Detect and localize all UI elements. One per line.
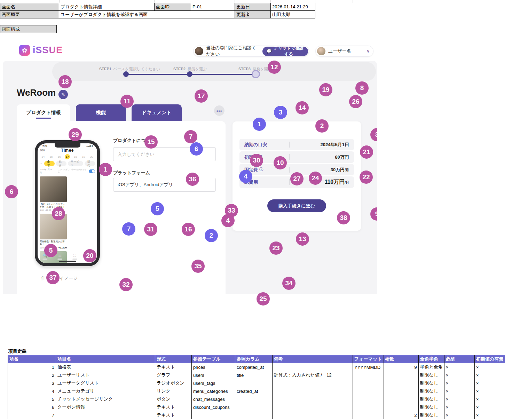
filter-pill: サービス	[68, 161, 83, 166]
edit-pencil-icon[interactable]: ✎	[58, 90, 68, 99]
field-table-header: 初期値の有無	[474, 355, 505, 363]
table-cell: ×	[474, 411, 505, 419]
annotation-badge-15: 15	[144, 135, 158, 149]
table-cell: ×	[474, 379, 505, 387]
phone-notch	[55, 143, 80, 148]
table-cell: ×	[444, 387, 474, 395]
annotation-badge-21: 21	[360, 145, 373, 159]
table-cell: ユーザータグリスト	[56, 379, 155, 387]
info-icon[interactable]: ⓘ	[259, 167, 263, 173]
field-table-header: 参照カラム	[235, 355, 273, 363]
table-cell: users	[192, 371, 235, 379]
annotation-badge-34: 34	[282, 277, 296, 290]
table-cell: テキスト	[155, 363, 192, 371]
annotation-badge-22: 22	[360, 171, 373, 184]
table-cell: ×	[444, 411, 474, 419]
field-table-header: 項目名	[56, 355, 155, 363]
more-options-button[interactable]: •••	[214, 105, 224, 116]
table-cell	[273, 403, 353, 411]
tab-documents[interactable]: ドキュメント	[132, 104, 182, 121]
table-cell	[273, 363, 353, 371]
table-cell: リンク	[155, 387, 192, 395]
table-cell: ×	[444, 403, 474, 411]
table-cell: ×	[474, 363, 505, 371]
table-cell: 制限なし	[418, 379, 444, 387]
notify-toggle	[89, 169, 95, 173]
calendar-day: 20	[89, 154, 94, 159]
table-cell: discount_coupons	[192, 403, 235, 411]
status-time: 9:41	[42, 144, 47, 147]
table-cell: クーポン情報	[56, 403, 155, 411]
step-dot	[252, 70, 260, 78]
field-table-header: 形式	[155, 355, 192, 363]
annotation-badge-35: 35	[191, 260, 205, 273]
purchase-button[interactable]: 購入手続きに進む	[267, 199, 326, 212]
table-cell: created_at	[235, 387, 273, 395]
annotation-badge-18: 18	[58, 75, 72, 88]
table-cell: ×	[444, 379, 474, 387]
field-table-header: フォーマット	[353, 355, 384, 363]
field-table-header: 全角半角	[418, 355, 444, 363]
issue-logo-text: iSSUE	[33, 45, 63, 56]
region-label: 関東	[40, 149, 45, 152]
table-cell: 5	[8, 395, 56, 403]
annotation-badge-31: 31	[144, 223, 157, 236]
ui-mockup-screenshot: ✿ iSSUE 当社の専門家にご相談ください 💬 チャットで相談する ユーザー名…	[3, 40, 377, 306]
annotation-badge-16: 16	[182, 223, 195, 236]
tab-product-info[interactable]: プロダクト情報	[17, 104, 70, 121]
annotation-badge-20: 20	[83, 249, 96, 262]
table-cell	[235, 395, 273, 403]
table-cell	[273, 411, 353, 419]
field-table-title: 項目定義	[8, 348, 26, 355]
table-cell: メニューカテゴリ	[56, 387, 155, 395]
platform-input[interactable]	[113, 178, 216, 192]
updated-at-value: 2026-01-14 21:29	[270, 3, 315, 11]
annotation-badge-1: 1	[99, 163, 112, 176]
field-table-header: 備考	[273, 355, 353, 363]
consult-text: 当社の専門家にご相談ください	[206, 45, 259, 57]
annotation-badge-7: 7	[122, 222, 135, 236]
table-cell: ボタン	[155, 395, 192, 403]
table-cell: 1	[8, 363, 56, 371]
tab-features[interactable]: 機能	[76, 104, 126, 121]
field-table-header: 参照テーブル	[192, 355, 235, 363]
table-cell	[353, 403, 384, 411]
step-dot	[123, 71, 129, 77]
user-menu[interactable]: ユーザー名 ∨	[315, 46, 373, 57]
filter-pills: ≡全て飲食サービス販売	[38, 160, 97, 167]
table-cell: テキスト	[155, 403, 192, 411]
filter-pill: 販売	[85, 161, 95, 166]
table-cell	[273, 379, 353, 387]
table-cell: 3	[8, 379, 56, 387]
job-card: 【祝】おしゃれなカフェでホールスタッフ募集！9:00〜19:00	[40, 176, 67, 212]
user-name: ユーザー名	[328, 48, 351, 54]
table-cell: 9	[384, 363, 418, 371]
table-cell	[384, 379, 418, 387]
expert-avatar	[195, 47, 203, 55]
table-cell	[353, 411, 384, 419]
issue-logo-icon: ✿	[19, 45, 30, 56]
annotation-badge-37: 37	[46, 271, 60, 284]
table-row: 4メニューカテゴリリンクmenu_categoriescreated_at制限な…	[8, 387, 505, 395]
annotation-badge-7: 7	[184, 130, 197, 143]
table-cell: menu_categories	[192, 387, 235, 395]
annotation-badge-6: 6	[190, 142, 203, 156]
annotation-badge-2: 2	[315, 119, 329, 133]
annotation-badge-13: 13	[296, 232, 309, 246]
screen-id-label: 画面ID	[154, 3, 191, 11]
calendar-days: 14151617181920	[38, 153, 97, 160]
annotation-badge-10: 10	[274, 156, 287, 169]
field-table-header: 項番	[8, 355, 56, 363]
filter-pill: 飲食	[56, 161, 66, 166]
screen-name-value: プロダクト情報詳細	[59, 3, 155, 11]
table-cell	[384, 395, 418, 403]
table-cell: title	[235, 371, 273, 379]
table-cell: テキスト	[155, 411, 192, 419]
chat-consult-button[interactable]: 💬 チャットで相談する	[262, 47, 308, 56]
table-cell	[273, 395, 353, 403]
annotation-badge-4: 4	[221, 214, 235, 227]
table-cell	[384, 371, 418, 379]
table-cell: 2	[8, 371, 56, 379]
table-cell: ラジオボタン	[155, 379, 192, 387]
annotation-badge-30: 30	[250, 154, 263, 167]
